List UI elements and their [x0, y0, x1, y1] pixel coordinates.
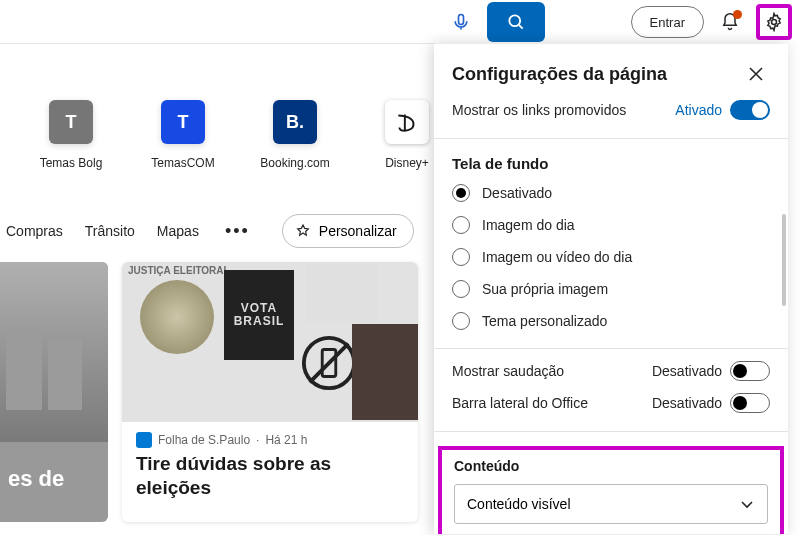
tile-label: Disney+ [385, 156, 429, 170]
promoted-links-label: Mostrar os links promovidos [452, 102, 626, 118]
radio-option-own-image[interactable]: Sua própria imagem [452, 280, 770, 298]
toggle-status: Desativado [652, 395, 722, 411]
svg-rect-0 [458, 15, 463, 25]
notifications-button[interactable] [712, 4, 748, 40]
tile-icon: T [161, 100, 205, 144]
toggle-status: Desativado [652, 363, 722, 379]
nav-link-transito[interactable]: Trânsito [85, 223, 135, 239]
nav-link-compras[interactable]: Compras [6, 223, 63, 239]
dot-separator: · [256, 433, 259, 447]
tile-icon: T [49, 100, 93, 144]
background-section-title: Tela de fundo [452, 155, 770, 172]
close-button[interactable] [742, 60, 770, 88]
search-button[interactable] [487, 2, 545, 42]
radio-option-disabled[interactable]: Desativado [452, 184, 770, 202]
content-section-title: Conteúdo [454, 458, 768, 474]
radio-label: Imagem ou vídeo do dia [482, 249, 632, 265]
search-input[interactable] [0, 0, 435, 44]
radio-icon [452, 248, 470, 266]
radio-icon [452, 184, 470, 202]
page-settings-panel: Configurações da página Mostrar os links… [434, 44, 788, 534]
promoted-links-toggle[interactable] [730, 100, 770, 120]
radio-option-image-or-video[interactable]: Imagem ou vídeo do dia [452, 248, 770, 266]
divider [434, 138, 788, 139]
card-title: Tire dúvidas sobre as eleições [136, 452, 404, 500]
nav-link-mapas[interactable]: Mapas [157, 223, 199, 239]
greeting-toggle[interactable] [730, 361, 770, 381]
tile-icon: B. [273, 100, 317, 144]
tile-icon [385, 100, 429, 144]
card-image [0, 262, 108, 442]
radio-label: Sua própria imagem [482, 281, 608, 297]
radio-icon [452, 280, 470, 298]
poster-line: BRASIL [234, 315, 285, 328]
radio-label: Desativado [482, 185, 552, 201]
news-card-partial[interactable]: es de [0, 262, 108, 522]
star-plus-icon [295, 223, 311, 239]
banner-text: JUSTIÇA ELEITORAL [128, 266, 230, 276]
toggle-status: Ativado [675, 102, 722, 118]
tile-label: Temas Bolg [40, 156, 103, 170]
no-phone-icon [300, 334, 358, 392]
signin-button[interactable]: Entrar [631, 6, 704, 38]
top-bar: Entrar [0, 0, 800, 44]
radio-label: Tema personalizado [482, 313, 607, 329]
search-icon [506, 12, 526, 32]
settings-button[interactable] [756, 4, 792, 40]
tile-label: Booking.com [260, 156, 329, 170]
quick-link-tile[interactable]: T TemasCOM [140, 100, 226, 170]
card-body: Folha de S.Paulo · Há 21 h Tire dúvidas … [122, 422, 418, 516]
card-source-row: Folha de S.Paulo · Há 21 h [136, 432, 404, 448]
chevron-down-icon [739, 496, 755, 512]
office-sidebar-toggle[interactable] [730, 393, 770, 413]
radio-icon [452, 216, 470, 234]
divider [434, 431, 788, 432]
radio-option-custom-theme[interactable]: Tema personalizado [452, 312, 770, 330]
quick-link-tile[interactable]: T Temas Bolg [28, 100, 114, 170]
radio-option-image-of-day[interactable]: Imagem do dia [452, 216, 770, 234]
content-section-highlight: Conteúdo Conteúdo visível [438, 446, 784, 534]
divider [434, 348, 788, 349]
office-sidebar-label: Barra lateral do Office [452, 395, 588, 411]
close-icon [749, 67, 763, 81]
select-value: Conteúdo visível [467, 496, 571, 512]
news-card[interactable]: JUSTIÇA ELEITORAL VOTA BRASIL Folha de S… [122, 262, 418, 522]
radio-icon [452, 312, 470, 330]
background-radio-group: Desativado Imagem do dia Imagem ou vídeo… [452, 184, 770, 330]
seal-icon [140, 280, 214, 354]
microphone-icon [451, 12, 471, 32]
poster: VOTA BRASIL [224, 270, 294, 360]
source-badge-icon [136, 432, 152, 448]
notification-dot-icon [733, 10, 742, 19]
panel-title: Configurações da página [452, 64, 667, 85]
greeting-label: Mostrar saudação [452, 363, 564, 379]
svg-point-2 [772, 20, 777, 25]
quick-link-tile[interactable]: B. Booking.com [252, 100, 338, 170]
svg-point-1 [509, 15, 520, 26]
card-source: Folha de S.Paulo [158, 433, 250, 447]
radio-label: Imagem do dia [482, 217, 575, 233]
card-title: es de [8, 466, 64, 492]
nav-more-button[interactable]: ••• [221, 221, 254, 242]
card-image: JUSTIÇA ELEITORAL VOTA BRASIL [122, 262, 418, 422]
gear-icon [764, 12, 784, 32]
scrollbar-thumb[interactable] [782, 214, 786, 306]
disney-icon [394, 109, 420, 135]
personalize-button[interactable]: Personalizar [282, 214, 414, 248]
card-time: Há 21 h [265, 433, 307, 447]
personalize-label: Personalizar [319, 223, 397, 239]
tile-label: TemasCOM [151, 156, 214, 170]
microphone-button[interactable] [443, 4, 479, 40]
content-visibility-select[interactable]: Conteúdo visível [454, 484, 768, 524]
